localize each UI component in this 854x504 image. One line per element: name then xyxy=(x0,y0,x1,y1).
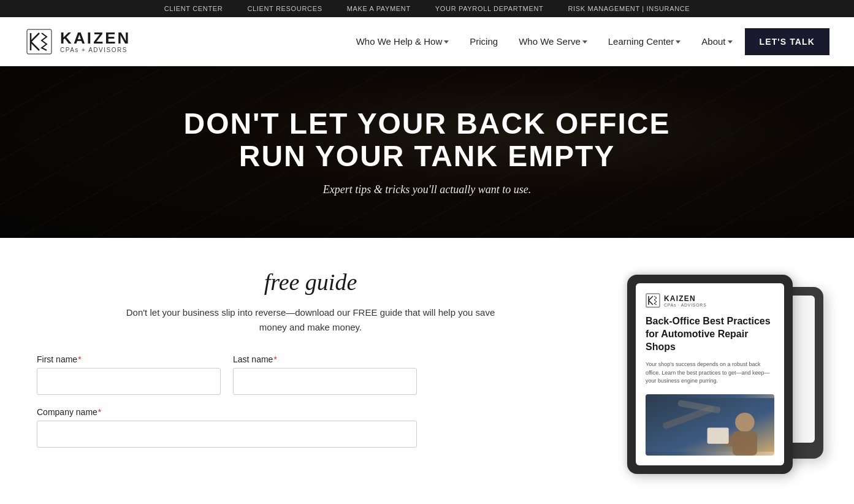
logo-sub: CPAs + ADVISORS xyxy=(60,47,131,53)
form-row-company: Company name* xyxy=(37,407,417,448)
free-guide-heading: free guide xyxy=(37,269,584,296)
logo[interactable]: KAIZEN CPAs + ADVISORS xyxy=(25,27,131,56)
topbar-payroll-dept[interactable]: YOUR PAYROLL DEPARTMENT xyxy=(435,5,544,12)
hero-title: DON'T LET YOUR BACK OFFICE RUN YOUR TANK… xyxy=(184,108,671,173)
nav-who-we-help[interactable]: Who We Help & How xyxy=(348,31,458,52)
topbar-make-payment[interactable]: MAKE A PAYMENT xyxy=(347,5,411,12)
logo-brand: KAIZEN xyxy=(60,29,131,47)
tablet-book-title: Back-Office Best Practices for Automotiv… xyxy=(646,315,774,353)
tablet-logo-sub: CPAs · ADVISORS xyxy=(664,303,707,307)
svg-line-6 xyxy=(649,296,653,300)
form-group-company: Company name* xyxy=(37,407,417,448)
main-nav: Who We Help & How Pricing Who We Serve L… xyxy=(348,28,829,55)
form-group-firstname: First name* xyxy=(37,354,221,395)
kaizen-logo-icon xyxy=(25,27,54,56)
required-star: * xyxy=(78,354,81,364)
guide-preview-panel: KAIZEN CPAs · ADVISORS Back-Office Best … xyxy=(621,269,817,483)
hero-content: DON'T LET YOUR BACK OFFICE RUN YOUR TANK… xyxy=(172,108,683,197)
topbar-client-resources[interactable]: CLIENT RESOURCES xyxy=(247,5,322,12)
chevron-down-icon xyxy=(444,40,449,44)
chevron-down-icon xyxy=(676,40,681,44)
chevron-down-icon xyxy=(582,40,587,44)
form-row-names: First name* Last name* xyxy=(37,354,417,395)
svg-line-7 xyxy=(649,300,653,305)
svg-line-2 xyxy=(31,33,39,42)
free-guide-description: Don't let your business slip into revers… xyxy=(121,305,501,335)
tablet-logo-area: KAIZEN CPAs · ADVISORS xyxy=(646,293,774,308)
chevron-down-icon xyxy=(728,40,733,44)
svg-point-9 xyxy=(735,413,755,432)
topbar-risk-mgmt[interactable]: RISK MANAGEMENT | INSURANCE xyxy=(568,5,690,12)
first-name-label: First name* xyxy=(37,354,221,364)
nav-about[interactable]: About xyxy=(693,31,741,52)
company-name-input[interactable] xyxy=(37,421,417,448)
tablet-kaizen-logo-icon xyxy=(646,293,660,308)
required-star: * xyxy=(98,407,101,417)
main-content: free guide Don't let your business slip … xyxy=(0,238,854,504)
company-name-label: Company name* xyxy=(37,407,417,417)
required-star: * xyxy=(273,354,276,364)
person-illustration xyxy=(646,394,774,456)
nav-pricing[interactable]: Pricing xyxy=(461,31,506,52)
topbar-client-center[interactable]: CLIENT CENTER xyxy=(164,5,223,12)
last-name-input[interactable] xyxy=(233,368,417,395)
nav-learning-center[interactable]: Learning Center xyxy=(600,31,690,52)
svg-line-3 xyxy=(31,42,39,50)
tablet-screen: KAIZEN CPAs · ADVISORS Back-Office Best … xyxy=(636,283,784,465)
hero-subtitle: Expert tips & tricks you'll actually wan… xyxy=(184,183,671,196)
form-panel: free guide Don't let your business slip … xyxy=(37,269,584,460)
tablet-book-description: Your shop's success depends on a robust … xyxy=(646,361,774,386)
form-group-lastname: Last name* xyxy=(233,354,417,395)
nav-who-we-serve[interactable]: Who We Serve xyxy=(510,31,596,52)
svg-rect-12 xyxy=(707,427,729,443)
last-name-label: Last name* xyxy=(233,354,417,364)
tablet-image-area xyxy=(646,394,774,456)
lets-talk-button[interactable]: LET'S TALK xyxy=(745,28,829,55)
lead-form: First name* Last name* Company name* xyxy=(37,354,417,448)
first-name-input[interactable] xyxy=(37,368,221,395)
tablet-device: KAIZEN CPAs · ADVISORS Back-Office Best … xyxy=(627,275,793,474)
top-bar: CLIENT CENTER CLIENT RESOURCES MAKE A PA… xyxy=(0,0,854,17)
main-header: KAIZEN CPAs + ADVISORS Who We Help & How… xyxy=(0,17,854,66)
tablet-mockup: KAIZEN CPAs · ADVISORS Back-Office Best … xyxy=(627,275,811,483)
tablet-logo-brand: KAIZEN xyxy=(664,294,707,303)
hero-banner: DON'T LET YOUR BACK OFFICE RUN YOUR TANK… xyxy=(0,66,854,238)
